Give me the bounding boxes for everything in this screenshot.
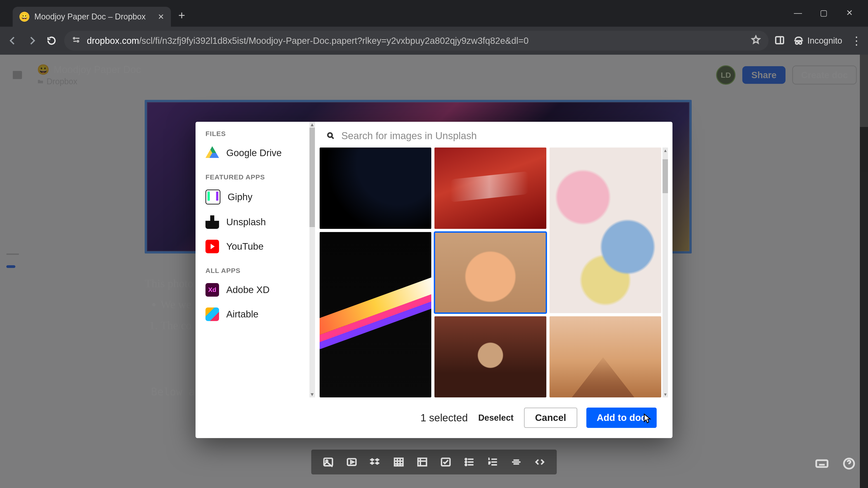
airtable-icon [206,307,219,321]
site-settings-icon[interactable] [72,35,81,46]
sidebar-scrollbar[interactable]: ▲ ▼ [309,122,315,397]
browser-tab-strip: Moodjoy Paper Doc – Dropbox ✕ + — ▢ ✕ [0,0,868,27]
browser-menu-icon[interactable]: ⋮ [851,38,862,43]
svg-point-0 [73,37,75,39]
image-result-tile[interactable] [434,316,546,397]
image-search-input[interactable] [341,130,661,142]
tab-title: Moodjoy Paper Doc – Dropbox [34,12,153,22]
svg-rect-10 [395,458,403,466]
keyboard-shortcuts-icon[interactable] [815,457,829,470]
google-drive-icon [206,146,219,160]
insert-image-modal: FILES Google Drive FEATURED APPS Giphy [195,122,673,438]
image-results-grid [320,148,661,397]
sidebar-section-featured: FEATURED APPS [195,165,309,184]
svg-point-13 [465,458,467,460]
sidebar-item-adobe-xd[interactable]: Xd Adobe XD [195,278,309,302]
bookmark-star-icon[interactable] [751,35,761,47]
side-panel-icon[interactable] [774,35,785,46]
youtube-icon [206,240,219,253]
image-result-tile[interactable] [550,148,661,313]
insert-todo-icon[interactable] [440,456,452,468]
url-text: dropbox.com/scl/fi/n3zfj9fyi392l1d8x5ist… [87,36,745,46]
insert-code-icon[interactable] [534,456,546,468]
window-close-icon[interactable]: ✕ [844,8,855,18]
svg-point-1 [77,40,79,42]
svg-rect-7 [324,458,333,466]
svg-point-15 [465,464,467,465]
cancel-button[interactable]: Cancel [524,408,577,428]
nav-reload-icon[interactable] [45,34,58,47]
svg-rect-11 [418,458,427,466]
sidebar-section-files: FILES [195,122,309,141]
browser-tab-active[interactable]: Moodjoy Paper Doc – Dropbox ✕ [13,7,171,27]
nav-back-icon[interactable] [6,34,20,47]
image-result-tile-selected[interactable] [434,232,546,313]
sidebar-item-youtube[interactable]: YouTube [195,234,309,259]
insert-table-icon[interactable] [393,456,404,468]
svg-rect-2 [776,37,784,44]
insert-image-icon[interactable] [322,456,334,468]
sidebar-item-google-drive[interactable]: Google Drive [195,141,309,165]
image-result-tile[interactable] [434,148,546,229]
insert-divider-icon[interactable] [510,456,522,468]
browser-address-bar: dropbox.com/scl/fi/n3zfj9fyi392l1d8x5ist… [0,27,868,55]
svg-point-3 [796,41,798,44]
tab-favicon [20,12,29,22]
adobe-xd-icon: Xd [206,283,219,297]
svg-point-4 [799,41,802,44]
window-maximize-icon[interactable]: ▢ [819,8,829,18]
deselect-button[interactable]: Deselect [477,413,515,423]
modal-footer: 1 selected Deselect Cancel Add to doc [195,397,673,438]
sidebar-item-giphy[interactable]: Giphy [195,184,309,210]
svg-rect-16 [816,460,828,467]
tab-close-icon[interactable]: ✕ [158,12,164,21]
giphy-icon [206,190,220,204]
insert-timeline-icon[interactable] [416,456,428,468]
svg-point-14 [465,461,467,463]
insert-toolbar [311,450,557,475]
incognito-icon [794,35,804,46]
nav-forward-icon [25,34,39,47]
image-result-tile[interactable] [320,148,431,229]
insert-bullets-icon[interactable] [464,456,475,468]
image-search-field[interactable] [315,122,673,148]
svg-point-18 [328,133,332,137]
window-minimize-icon[interactable]: — [793,8,803,18]
mouse-cursor-icon [643,413,652,424]
insert-video-icon[interactable] [346,456,358,468]
modal-sidebar: FILES Google Drive FEATURED APPS Giphy [195,122,315,397]
sidebar-item-airtable[interactable]: Airtable [195,302,309,326]
results-scrollbar[interactable]: ▴ ▾ [662,148,668,397]
incognito-indicator[interactable]: Incognito [794,35,842,46]
help-icon[interactable] [842,457,856,470]
url-field[interactable]: dropbox.com/scl/fi/n3zfj9fyi392l1d8x5ist… [64,31,769,51]
window-controls: — ▢ ✕ [793,8,868,27]
insert-numbers-icon[interactable] [487,456,498,468]
image-result-tile[interactable] [320,232,431,398]
sidebar-section-all: ALL APPS [195,259,309,278]
sidebar-item-unsplash[interactable]: Unsplash [195,210,309,234]
image-result-tile[interactable] [550,316,661,397]
insert-dropbox-icon[interactable] [370,456,381,468]
new-tab-button[interactable]: + [175,8,188,22]
search-icon [327,131,335,140]
unsplash-icon [206,215,219,229]
selected-count-label: 1 selected [421,412,468,424]
